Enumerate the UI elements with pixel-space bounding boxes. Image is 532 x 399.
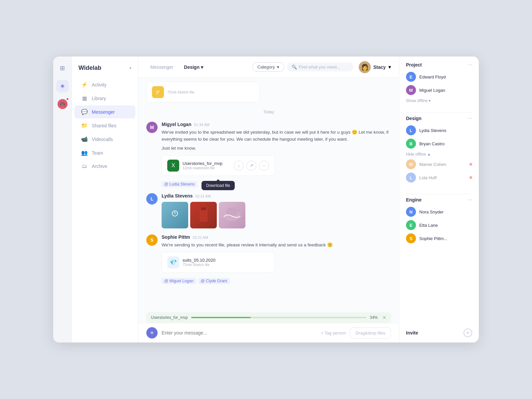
add-button[interactable]: + <box>146 327 158 338</box>
message-row: M Migyel Logan 01:34 AM We've invited yo… <box>146 122 391 187</box>
message-row: L Lydia Stevens 02:21 AM <box>146 193 391 228</box>
search-icon: 🔍 <box>292 65 297 69</box>
offline-dot <box>469 163 472 166</box>
grid-icon[interactable]: ⊞ <box>56 62 69 74</box>
file-size: 72mb Sketch file <box>183 263 215 267</box>
category-chevron-icon: ▾ <box>277 65 279 69</box>
offline-dot <box>469 176 472 179</box>
section-title: Design <box>406 116 422 121</box>
app-title: Widelab <box>78 65 101 71</box>
msg-author: Sophie Pittm <box>162 234 190 240</box>
file-attachment-sketch: 💎 suits_05.10.2020 72mb Sketch file <box>162 252 275 273</box>
file-name: Userstories_for_mvp <box>183 161 222 166</box>
image-thumb-2[interactable] <box>190 202 217 228</box>
avatar-letter: M <box>150 125 154 130</box>
msg-author: Migyel Logan <box>162 122 191 127</box>
user-chevron-icon: ▾ <box>388 64 391 70</box>
member-row: N Nora Snyder <box>406 207 472 217</box>
shared-files-icon: 📁 <box>81 122 88 129</box>
design-section: Design ··· L Lydia Stevens B Bryan Castr… <box>399 115 479 186</box>
avatar: L <box>406 173 416 183</box>
avatar-icon[interactable]: 🎮 <box>56 98 69 110</box>
invite-plus-button[interactable]: + <box>464 329 472 337</box>
sidebar-item-team[interactable]: 👥 Team <box>74 146 135 159</box>
hide-offline-label: Hide offline ▲ <box>406 152 431 157</box>
search-bar[interactable]: 🔍 Find what you need... <box>287 63 353 71</box>
avatar: 👩 <box>359 61 371 73</box>
messenger-icon: 💬 <box>81 109 88 115</box>
topbar: Messenger Design ▾ Category ▾ 🔍 Find wha… <box>138 57 399 78</box>
more-btn[interactable]: ··· <box>259 161 269 171</box>
date-divider: Today <box>146 110 391 114</box>
show-offline-button[interactable]: Show offline ▾ <box>406 98 472 103</box>
file-actions: ↓ ↗ ··· <box>234 161 269 171</box>
main-icon-1[interactable] <box>56 80 69 92</box>
message-input[interactable] <box>162 330 317 335</box>
section-title: Engine <box>406 197 422 202</box>
tab-design[interactable]: Design ▾ <box>180 63 207 72</box>
file-name: suits_05.10.2020 <box>183 258 215 263</box>
category-label: Category <box>257 65 275 69</box>
avatar: S <box>406 233 416 243</box>
avatar: M <box>146 122 158 133</box>
sidebar-item-label: Library <box>92 96 106 101</box>
member-row: L Lydia Stevens <box>406 125 472 135</box>
message-input-area: + + Tag person Drag&drop files <box>138 323 399 342</box>
sidebar-item-archive[interactable]: 🗂 Archive <box>74 160 135 173</box>
sidebar: Widelab ▾ ⚡ Activity ▦ Library 💬 Messeng… <box>72 57 138 342</box>
more-icon[interactable]: ··· <box>468 62 472 68</box>
member-row: S Sophie Pittm... <box>406 233 472 243</box>
file-size-top: 72mb Sketch file <box>167 90 194 94</box>
msg-author: Lydia Stevens <box>162 193 193 199</box>
file-info: Userstories_for_mvp 12mb readsheet file <box>183 161 222 170</box>
category-button[interactable]: Category ▾ <box>252 62 284 72</box>
member-name: Lydia Stevens <box>419 128 446 133</box>
sidebar-item-activity[interactable]: ⚡ Activity <box>74 78 135 91</box>
sidebar-item-shared-files[interactable]: 📁 Shared files <box>74 119 135 132</box>
more-icon[interactable]: ··· <box>468 115 472 121</box>
sketch-icon: 💎 <box>167 256 179 268</box>
member-name: Etta Lane <box>419 223 438 228</box>
file-icon-yellow <box>152 86 164 98</box>
avatar: L <box>406 125 416 135</box>
file-preview-top: 72mb Sketch file <box>146 82 259 102</box>
user-profile[interactable]: 👩 Stacy ▾ <box>359 61 391 73</box>
image-thumb-1[interactable] <box>162 202 188 228</box>
msg-header: Migyel Logan 01:34 AM <box>162 122 391 127</box>
msg-time: 02:21 AM <box>193 235 208 239</box>
member-name: Edward Floyd <box>419 74 446 79</box>
sidebar-chevron-icon[interactable]: ▾ <box>129 66 131 70</box>
tag-person-button[interactable]: + Tag person <box>321 331 346 335</box>
tab-messenger[interactable]: Messenger <box>146 63 177 72</box>
sidebar-item-library[interactable]: ▦ Library <box>74 92 135 105</box>
hide-offline-button[interactable]: Hide offline ▲ <box>406 152 472 157</box>
upload-close-button[interactable]: ✕ <box>382 315 386 320</box>
file-info: suits_05.10.2020 72mb Sketch file <box>183 258 215 267</box>
more-icon[interactable]: ··· <box>468 197 472 203</box>
image-thumb-3[interactable] <box>219 202 245 228</box>
sidebar-item-label: Shared files <box>92 123 116 128</box>
videocalls-icon: 📹 <box>81 136 88 142</box>
sidebar-item-messenger[interactable]: 💬 Messenger <box>74 105 135 118</box>
member-row: B Bryan Castro <box>406 139 472 149</box>
share-btn[interactable]: ↗ <box>246 161 256 171</box>
upload-progress-track <box>191 317 366 318</box>
msg-header: Sophie Pittm 02:21 AM <box>162 234 391 240</box>
mentions-row: @ Miguel Logan @ Clyde Grant <box>162 275 391 284</box>
section-header: Engine ··· <box>406 197 472 203</box>
show-offline-label: Show offline ▾ <box>406 98 431 103</box>
msg-header: Lydia Stevens 02:21 AM <box>162 193 391 199</box>
sidebar-item-videocalls[interactable]: 📹 Videocalls <box>74 133 135 146</box>
member-row: M Miguel Logan <box>406 85 472 95</box>
drag-drop-button[interactable]: Drag&drop files <box>350 328 391 338</box>
project-section: Project ··· E Edward Floyd M Miguel Loga… <box>399 62 479 104</box>
section-header: Design ··· <box>406 115 472 121</box>
svg-rect-3 <box>201 207 206 210</box>
avatar: S <box>146 234 158 246</box>
tag-mention: @ Ludia Stevens <box>162 181 198 187</box>
download-btn[interactable]: ↓ <box>234 161 244 171</box>
chat-area: 72mb Sketch file Today M Migyel Logan 01… <box>138 78 399 312</box>
tag-mention-1: @ Miguel Logan <box>162 278 196 284</box>
member-name: Bryan Castro <box>419 141 445 146</box>
member-name: Mamie Cohen <box>419 162 446 167</box>
